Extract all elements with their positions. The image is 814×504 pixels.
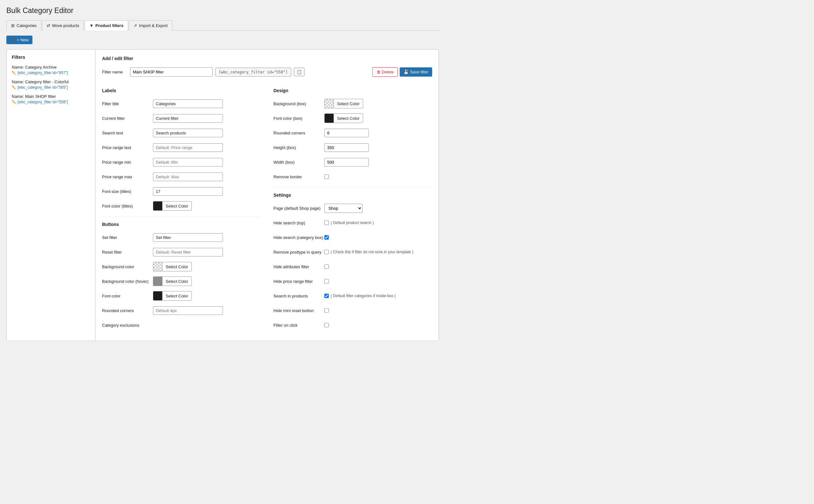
filter-link-0[interactable]: ✏️ [wbc_category_filter id="657"]	[12, 71, 90, 75]
input-search-text[interactable]	[153, 129, 223, 137]
checkbox-hide-price-range[interactable]	[324, 279, 329, 283]
checkbox-hide-attributes[interactable]	[324, 264, 329, 269]
label-height-box: Height (box)	[273, 145, 324, 150]
checkbox-row-search-products: ( Default filter categories if inside bo…	[324, 294, 395, 298]
checkbox-remove-posttype[interactable]	[324, 250, 329, 254]
filter-name-0: Name: Category Archive	[12, 65, 90, 70]
page-title: Bulk Category Editor	[6, 6, 439, 15]
tab-product-filters[interactable]: ▼ Product filters	[85, 20, 128, 31]
label-reset-filter: Reset filter	[102, 250, 153, 255]
edit-icon-1: ✏️	[12, 85, 16, 90]
input-price-range-text[interactable]	[153, 143, 223, 152]
input-reset-filter[interactable]	[153, 248, 223, 256]
input-price-max[interactable]	[153, 173, 223, 181]
form-row-bg-color-hover: Background color (hover) Select Color	[102, 276, 261, 287]
list-item: Name: Category filter - Colorful ✏️ [wbc…	[12, 79, 90, 90]
label-current-filter: Current filter	[102, 116, 153, 121]
buttons-section-title: Buttons	[102, 222, 261, 227]
edit-icon-0: ✏️	[12, 71, 16, 75]
form-row-set-filter: Set filter	[102, 232, 261, 243]
label-rounded-corners: Rounded corners	[102, 308, 153, 313]
input-font-size[interactable]	[153, 187, 223, 196]
delete-icon: 🗑	[376, 70, 380, 74]
new-button[interactable]: ➕ + New	[6, 36, 32, 44]
form-row-search-products: Search in products ( Default filter cate…	[273, 290, 432, 301]
label-remove-posttype: Remove posttype in query	[273, 250, 324, 255]
form-row-page: Page (default Shop page) Shop Default	[273, 203, 432, 214]
checkbox-search-products[interactable]	[324, 294, 329, 298]
select-color-label-1: Select Color	[162, 263, 191, 271]
label-bg-box: Background (box)	[273, 101, 324, 106]
main-panel: Filters Name: Category Archive ✏️ [wbc_c…	[6, 49, 439, 341]
select-page[interactable]: Shop Default	[324, 204, 362, 213]
label-page: Page (default Shop page)	[273, 206, 324, 211]
form-row-width-box: Width (box)	[273, 157, 432, 167]
font-color-box-btn[interactable]: Select Color	[324, 113, 363, 123]
save-filter-button[interactable]: 💾 Save filter	[400, 67, 432, 77]
select-color-label-0: Select Color	[162, 202, 191, 210]
input-width-box[interactable]	[324, 158, 369, 167]
bg-color-btn[interactable]: Select Color	[153, 262, 192, 271]
form-row-rounded-corners: Rounded corners	[102, 305, 261, 316]
form-row-hide-search-top: Hide search (top) ( Default product sear…	[273, 217, 432, 228]
form-row-bg-color: Background color Select Color	[102, 261, 261, 272]
bg-color-hover-btn[interactable]: Select Color	[153, 276, 192, 286]
list-item: Name: Main SHOP filter ✏️ [wbc_category_…	[12, 94, 90, 104]
tab-import-export[interactable]: ↗ Import & Export	[129, 20, 172, 31]
filter-link-2[interactable]: ✏️ [wbc_category_filter id="558"]	[12, 100, 90, 104]
bg-box-swatch	[325, 99, 333, 108]
bg-color-swatch	[153, 262, 162, 271]
input-current-filter[interactable]	[153, 114, 223, 123]
label-remove-border: Remove border	[273, 174, 324, 179]
filter-link-1[interactable]: ✏️ [wbc_category_filter id="565"]	[12, 85, 90, 90]
action-buttons: 🗑 Delete 💾 Save filter	[372, 67, 432, 77]
content-title: Add / edit filter	[102, 56, 432, 61]
delete-button[interactable]: 🗑 Delete	[372, 67, 398, 77]
input-filter-title[interactable]	[153, 99, 223, 108]
shortcode-display: [wbc_category_filter id="558"]	[215, 68, 291, 77]
font-color-titles-btn[interactable]: Select Color	[153, 201, 192, 211]
label-bg-color: Background color	[102, 264, 153, 269]
form-row-filter-on-click: Filter on click	[273, 320, 432, 330]
select-color-label-3: Select Color	[162, 292, 191, 300]
form-row-current-filter: Current filter	[102, 113, 261, 124]
sidebar: Filters Name: Category Archive ✏️ [wbc_c…	[7, 50, 96, 341]
bg-box-color-btn[interactable]: Select Color	[324, 99, 363, 108]
select-color-label-4: Select Color	[333, 100, 363, 108]
export-icon: ↗	[133, 23, 137, 28]
font-color-swatch	[153, 291, 162, 300]
checkbox-filter-on-click[interactable]	[324, 323, 329, 327]
input-set-filter[interactable]	[153, 233, 223, 242]
select-color-label-2: Select Color	[162, 277, 191, 285]
form-row-hide-attributes: Hide attributes filter	[273, 261, 432, 272]
filter-name-field[interactable]	[130, 67, 213, 77]
label-hide-attributes: Hide attributes filter	[273, 264, 324, 269]
form-row-price-min: Price range min	[102, 157, 261, 167]
label-filter-on-click: Filter on click	[273, 323, 324, 328]
checkbox-hide-search-cat[interactable]	[324, 235, 329, 240]
copy-shortcode-button[interactable]: 📋	[294, 68, 304, 76]
checkbox-hide-search-top[interactable]	[324, 221, 329, 225]
label-price-max: Price range max	[102, 174, 153, 179]
form-row-price-range-text: Price range text	[102, 142, 261, 153]
label-font-color: Font color	[102, 294, 153, 298]
input-rounded-corners-box[interactable]	[324, 129, 369, 137]
label-price-range-text: Price range text	[102, 145, 153, 150]
font-color-btn[interactable]: Select Color	[153, 291, 192, 301]
label-search-text: Search text	[102, 131, 153, 135]
font-color-titles-swatch	[153, 201, 162, 210]
input-height-box[interactable]	[324, 143, 369, 152]
checkbox-remove-border[interactable]	[324, 174, 329, 179]
input-price-min[interactable]	[153, 158, 223, 167]
filter-icon: ▼	[89, 23, 93, 28]
input-rounded-corners[interactable]	[153, 306, 223, 315]
form-row-price-max: Price range max	[102, 171, 261, 182]
tab-categories[interactable]: ⊞ Categories	[6, 20, 41, 31]
left-column: Labels Filter title Current filter Searc…	[102, 85, 261, 334]
bg-color-hover-swatch	[153, 277, 162, 286]
checkbox-hide-mini-reset[interactable]	[324, 308, 329, 313]
form-row-remove-posttype: Remove posttype in query ( Check this if…	[273, 247, 432, 257]
label-search-products: Search in products	[273, 294, 324, 298]
label-font-color-box: Font color (box)	[273, 116, 324, 121]
tab-move-products[interactable]: ⇄ Move products	[42, 20, 84, 31]
